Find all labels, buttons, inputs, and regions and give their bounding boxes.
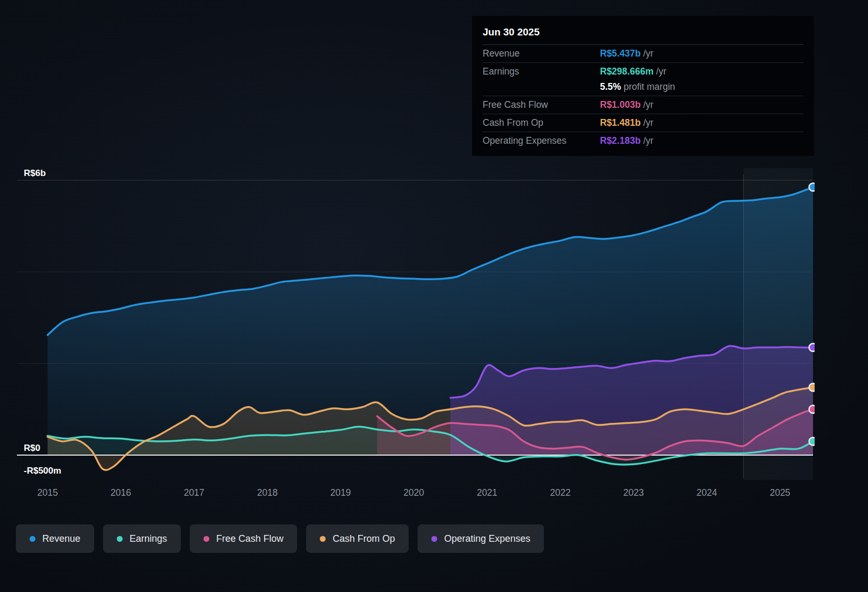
cash-from-op-legend-dot-icon [320, 536, 326, 542]
legend-item-label: Operating Expenses [444, 533, 530, 544]
legend-item-label: Earnings [130, 533, 167, 544]
y-axis-label-r-0: R$0 [24, 443, 40, 454]
x-axis-label-2016: 2016 [100, 487, 142, 498]
tooltip-row-revenue: RevenueR$5.437b /yr [483, 45, 804, 62]
tooltip-card: Jun 30 2025 RevenueR$5.437b /yrEarningsR… [472, 16, 814, 156]
x-axis-label-2022: 2022 [539, 487, 581, 498]
tooltip-row-operating-expenses: Operating ExpensesR$2.183b /yr [483, 132, 804, 150]
tooltip-row-profit-margin: 5.5% profit margin [483, 80, 804, 96]
tooltip-row-label: Cash From Op [483, 117, 600, 128]
legend-item-earnings[interactable]: Earnings [103, 524, 181, 553]
x-axis-label-2018: 2018 [246, 487, 289, 498]
tooltip-rows: RevenueR$5.437b /yrEarningsR$298.666m /y… [483, 45, 804, 150]
x-axis-label-2015: 2015 [26, 487, 69, 498]
free-cash-flow-legend-dot-icon [204, 536, 209, 542]
tooltip-row-value: R$2.183b /yr [600, 135, 653, 146]
y-axis-label-r-6b: R$6b [24, 168, 46, 179]
legend-item-cash-from-op[interactable]: Cash From Op [306, 524, 409, 553]
tooltip-row-earnings: EarningsR$298.666m /yr [483, 62, 804, 80]
legend-item-operating-expenses[interactable]: Operating Expenses [418, 524, 544, 553]
tooltip-row-value: R$298.666m /yr [600, 66, 667, 77]
x-axis-label-2025: 2025 [759, 487, 801, 498]
chart-legend: RevenueEarningsFree Cash FlowCash From O… [16, 524, 544, 553]
tooltip-row-value: R$1.481b /yr [600, 117, 653, 128]
tooltip-date: Jun 30 2025 [483, 22, 804, 45]
x-axis-label-2017: 2017 [173, 487, 215, 498]
legend-item-free-cash-flow[interactable]: Free Cash Flow [190, 524, 297, 553]
x-axis-label-2021: 2021 [466, 487, 508, 498]
y-axis-label--r-500m: -R$500m [24, 466, 61, 476]
legend-item-label: Free Cash Flow [216, 533, 283, 544]
free-cash-flow-endpoint-dot[interactable] [809, 405, 817, 413]
tooltip-row-label: Revenue [483, 48, 600, 59]
legend-item-label: Cash From Op [333, 533, 395, 544]
tooltip-row-label: Free Cash Flow [483, 99, 600, 110]
x-axis-label-2024: 2024 [686, 487, 728, 498]
tooltip-row-value: 5.5% profit margin [600, 81, 675, 92]
earnings-endpoint-dot[interactable] [809, 438, 817, 446]
tooltip-row-label: Operating Expenses [483, 135, 600, 146]
legend-item-revenue[interactable]: Revenue [16, 524, 94, 553]
cash-from-op-endpoint-dot[interactable] [809, 383, 817, 391]
x-axis-label-2023: 2023 [613, 487, 655, 498]
tooltip-row-value: R$1.003b /yr [600, 99, 653, 110]
tooltip-row-cash-from-op: Cash From OpR$1.481b /yr [483, 114, 804, 132]
tooltip-row-label: Earnings [483, 66, 600, 77]
x-axis-label-2019: 2019 [319, 487, 362, 498]
x-axis-label-2020: 2020 [393, 487, 435, 498]
operating-expenses-endpoint-dot[interactable] [809, 344, 817, 352]
revenue-endpoint-dot[interactable] [809, 183, 817, 191]
revenue-legend-dot-icon [30, 536, 35, 542]
operating-expenses-legend-dot-icon [431, 536, 437, 542]
chart-page: R$6bR$0-R$500m 2015201620172018201920202… [0, 0, 868, 592]
legend-item-label: Revenue [42, 533, 80, 544]
tooltip-row-free-cash-flow: Free Cash FlowR$1.003b /yr [483, 96, 804, 114]
tooltip-row-value: R$5.437b /yr [600, 48, 653, 59]
earnings-legend-dot-icon [117, 536, 123, 542]
